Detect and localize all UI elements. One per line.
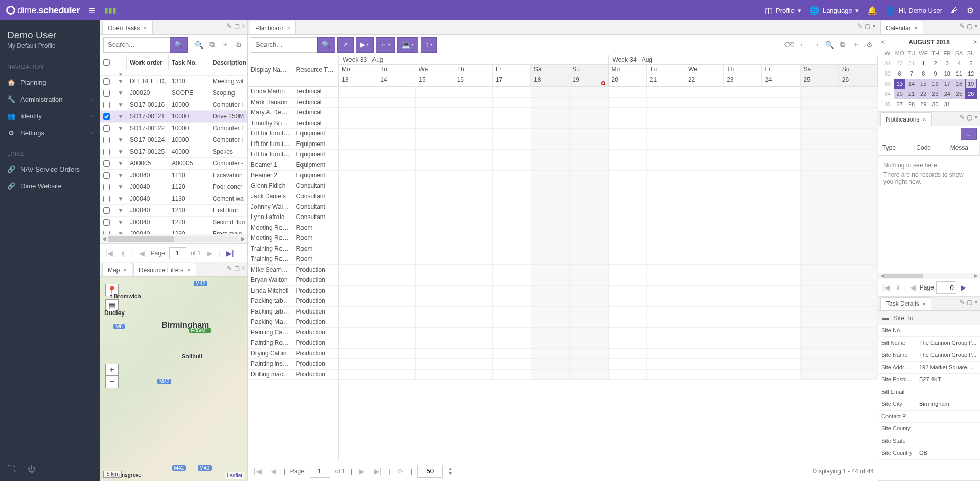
grid-cell[interactable] [609,160,647,171]
day-header[interactable]: We15 [415,65,454,86]
grid-cell[interactable] [454,296,493,306]
close-icon[interactable]: × [974,114,978,121]
grid-cell[interactable] [724,223,762,233]
grid-cell[interactable] [570,338,608,348]
day-header[interactable]: We22 [685,65,724,86]
task-row[interactable]: ▼SO17-0011610000Computer I [100,99,247,111]
grid-cell[interactable] [377,296,415,306]
grid-row[interactable] [339,118,878,129]
grid-cell[interactable] [685,370,724,380]
task-row[interactable]: ▼J000401210First floor [100,205,247,217]
grid-cell[interactable] [647,244,685,254]
prev-page-icon[interactable]: ◀ [908,283,918,292]
grid-row[interactable] [339,223,878,234]
grid-cell[interactable] [724,202,762,212]
grid-cell[interactable] [609,359,647,369]
grid-cell[interactable] [416,233,454,244]
cal-day[interactable]: 26 [965,89,977,99]
grid-cell[interactable] [339,118,377,129]
col-message[interactable]: Messa [946,141,980,155]
grid-cell[interactable] [416,139,454,150]
grid-cell[interactable] [570,244,608,254]
grid-cell[interactable] [493,286,531,296]
grid-cell[interactable] [339,98,377,108]
grid-cell[interactable] [839,171,878,181]
grid-cell[interactable] [377,349,415,359]
grid-cell[interactable] [762,160,801,171]
brand-logo[interactable]: dime.scheduler [6,5,80,16]
grid-cell[interactable] [416,212,454,223]
filter-icon[interactable]: ▼ [114,146,127,157]
col-code[interactable]: Code [912,141,946,155]
prev-page-set-icon[interactable]: ⟪ [119,249,127,257]
link-icon[interactable]: ✎ [857,22,862,30]
grid-cell[interactable] [493,244,531,254]
task-row[interactable]: ▼J00020SCOPEScoping [100,87,247,99]
sidebar-item-identity[interactable]: 👥Identity› [0,108,100,125]
grid-cell[interactable] [647,139,685,150]
grid-cell[interactable] [454,118,493,129]
resource-row[interactable]: Packing table 1Production [248,296,338,307]
grid-row[interactable] [339,244,878,255]
grid-row[interactable] [339,349,878,359]
grid-row[interactable] [339,307,878,318]
grid-cell[interactable] [685,328,724,338]
expand-icon[interactable]: ⛶ [7,465,15,474]
grid-cell[interactable] [762,202,801,212]
grid-cell[interactable] [339,129,377,139]
resource-row[interactable]: Timothy SneathTechnical [248,118,338,129]
power-icon[interactable]: ⏻ [28,465,36,474]
grid-cell[interactable] [724,359,762,369]
grid-cell[interactable] [493,202,531,212]
grid-cell[interactable] [531,98,570,108]
grid-cell[interactable] [377,108,415,118]
grid-cell[interactable] [454,338,493,348]
resource-row[interactable]: Mike SeamansProduction [248,265,338,276]
grid-cell[interactable] [531,150,570,160]
tab-task-details[interactable]: Task Details × [880,297,931,310]
grid-cell[interactable] [609,139,647,150]
day-header[interactable]: Th23 [724,65,762,86]
grid-cell[interactable] [685,244,724,254]
grid-cell[interactable] [454,202,493,212]
grid-cell[interactable] [801,160,839,171]
grid-cell[interactable] [454,265,493,275]
grid-cell[interactable] [531,233,570,244]
grid-cell[interactable] [493,212,531,223]
grid-row[interactable] [339,275,878,286]
grid-cell[interactable] [454,359,493,369]
filter-icon[interactable]: ▼ [114,228,127,234]
grid-cell[interactable] [724,108,762,118]
grid-cell[interactable] [377,265,415,275]
grid-cell[interactable] [724,98,762,108]
grid-cell[interactable] [570,307,608,317]
grid-cell[interactable] [416,244,454,254]
grid-cell[interactable] [685,349,724,359]
grid-cell[interactable] [531,223,570,233]
grid-cell[interactable] [685,338,724,348]
grid-cell[interactable] [377,307,415,317]
gear-icon[interactable]: ⚙ [864,41,875,49]
grid-cell[interactable] [762,118,801,129]
grid-cell[interactable] [609,181,647,191]
grid-cell[interactable] [801,87,839,97]
cal-day[interactable]: 11 [953,68,965,79]
grid-cell[interactable] [801,275,839,285]
grid-cell[interactable] [454,307,493,317]
grid-cell[interactable] [493,118,531,129]
grid-cell[interactable] [454,212,493,223]
grid-cell[interactable] [801,212,839,223]
filter-icon[interactable]: ▼ [114,205,127,216]
cal-day[interactable]: 22 [918,89,929,99]
task-row[interactable]: ▼J000401120Poor concr [100,181,247,193]
grid-cell[interactable] [647,181,685,191]
grid-cell[interactable] [724,212,762,223]
grid-cell[interactable] [454,160,493,171]
grid-cell[interactable] [762,254,801,264]
grid-cell[interactable] [570,118,608,129]
prev-page-icon[interactable]: ◀ [137,249,147,257]
grid-cell[interactable] [801,171,839,181]
link-icon[interactable]: ✎ [227,264,232,272]
grid-cell[interactable] [839,223,878,233]
grid-cell[interactable] [570,87,608,97]
